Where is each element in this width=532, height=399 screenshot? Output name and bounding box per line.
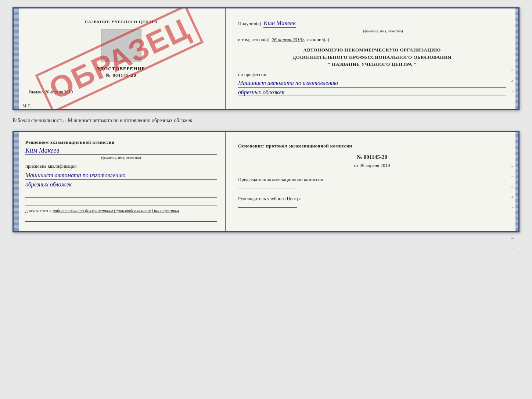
doc2-name: Ким Макеев <box>25 147 217 155</box>
school-name-top: НАЗВАНИЕ УЧЕБНОГО ЦЕНТРА <box>85 19 158 24</box>
finished-label: окончил(а) <box>307 37 329 43</box>
protocol-date-prefix: от <box>354 163 359 168</box>
document-2: Решением экзаменационной комиссии Ким Ма… <box>12 131 520 232</box>
doc2-right-panel: Основание: протокол экзаменационной коми… <box>226 132 518 231</box>
d2-dash-2: – <box>511 153 515 158</box>
d2-dash-6: а <box>511 195 515 199</box>
right-dashes: – – – – и а ← – – – – <box>511 23 515 138</box>
fio-subtitle: (фамилия, имя, отчество) <box>260 29 506 33</box>
received-prefix: Получил(а) <box>238 21 261 26</box>
chairman-signature-line <box>238 183 297 189</box>
doc1-left-content: НАЗВАНИЕ УЧЕБНОГО ЦЕНТРА УДОСТОВЕРЕНИЕ №… <box>25 16 217 102</box>
profession-line1: Машинист автомата по изготовлению <box>238 79 506 88</box>
cert-number: № 001145-20 <box>106 72 136 78</box>
cert-title: УДОСТОВЕРЕНИЕ <box>97 66 145 72</box>
dash-8: – <box>511 100 515 105</box>
dash-9: – <box>511 111 515 116</box>
photo-placeholder <box>101 29 141 62</box>
received-dash: – <box>298 21 301 26</box>
doc2-right-content: Основание: протокол экзаменационной коми… <box>234 139 510 213</box>
dash-2: – <box>511 34 515 39</box>
doc2-right-strip <box>515 132 518 231</box>
blank-line-2 <box>25 200 217 206</box>
admission-prefix: допускается к <box>25 208 51 213</box>
issued-date: 26 апреля 2019 <box>45 89 73 95</box>
vtom-date: 26 апреля 2019г. <box>272 37 305 43</box>
issued-line: Выдано 26 апреля 2019 <box>29 89 73 95</box>
dash-7: ← <box>511 89 515 94</box>
protocol-num: № 001145-20 <box>238 154 506 160</box>
d2-dash-11: – <box>511 246 515 250</box>
doc2-left-panel: Решением экзаменационной комиссии Ким Ма… <box>14 132 226 231</box>
d2-dash-3: – <box>511 164 515 168</box>
chairman-label: Председатель экзаменационной комиссии <box>238 176 506 183</box>
d2-dash-5: и <box>511 184 515 189</box>
dash-10: – <box>511 122 515 127</box>
assigned-qual-label: присвоена квалификация <box>25 163 217 169</box>
d2-dash-1: – <box>511 143 515 147</box>
blank-line-1 <box>25 192 217 198</box>
d2-dash-7: ← <box>511 205 515 209</box>
doc2-qual-line1: Машинист автомата по изготовлению <box>25 171 217 180</box>
document-1: НАЗВАНИЕ УЧЕБНОГО ЦЕНТРА УДОСТОВЕРЕНИЕ №… <box>12 7 520 110</box>
d2-dash-10: – <box>511 236 515 240</box>
vtom-prefix: в том, что он(а) <box>238 37 270 43</box>
right-decorative-strip <box>515 8 518 109</box>
org-line3: " НАЗВАНИЕ УЧЕБНОГО ЦЕНТРА " <box>238 61 506 68</box>
org-block: АВТОНОМНУЮ НЕКОММЕРЧЕСКУЮ ОРГАНИЗАЦИЮ ДО… <box>238 46 506 68</box>
dash-1: – <box>511 23 515 28</box>
protocol-date-value: 26 апреля 2019 <box>360 163 390 168</box>
doc2-left-content: Решением экзаменационной комиссии Ким Ма… <box>25 139 217 222</box>
head-signature-line <box>238 202 297 208</box>
doc1-right-panel: Получил(а) Ким Макеев – (фамилия, имя, о… <box>226 8 518 109</box>
doc2-fio-sub: (фамилия, имя, отчество) <box>25 156 217 160</box>
doc2-right-dashes: – – – – и а ← – – – – <box>511 143 515 250</box>
profession-label: по профессии <box>238 72 506 78</box>
received-line: Получил(а) Ким Макеев – <box>238 19 506 28</box>
d2-dash-4: – <box>511 174 515 178</box>
d2-dash-8: – <box>511 215 515 220</box>
vtom-line: в том, что он(а) 26 апреля 2019г. окончи… <box>238 37 506 43</box>
doc2-qual-line2: обрезных обложек <box>25 181 217 188</box>
protocol-date: от 26 апреля 2019 <box>238 163 506 168</box>
profession-line2: обрезных обложек <box>238 89 506 96</box>
admission-italic: работе согласно должностным (производств… <box>53 208 179 213</box>
received-name: Ким Макеев <box>263 19 295 28</box>
chairman-block: Председатель экзаменационной комиссии <box>238 176 506 189</box>
issued-label: Выдано <box>29 89 44 95</box>
decision-text: Решением экзаменационной комиссии <box>25 139 217 145</box>
admission-text: допускается к работе согласно должностны… <box>25 208 217 214</box>
basis-text: Основание: протокол экзаменационной коми… <box>238 143 506 149</box>
head-block: Руководитель учебного Центра <box>238 195 506 208</box>
org-line1: АВТОНОМНУЮ НЕКОММЕРЧЕСКУЮ ОРГАНИЗАЦИЮ <box>238 46 506 54</box>
dash-3: – <box>511 45 515 50</box>
doc2-left-strip <box>14 132 19 231</box>
dash-5: и <box>511 67 515 72</box>
head-label: Руководитель учебного Центра <box>238 195 506 202</box>
doc1-left-panel: НАЗВАНИЕ УЧЕБНОГО ЦЕНТРА УДОСТОВЕРЕНИЕ №… <box>14 8 226 109</box>
mp-label: М.П. <box>22 103 218 109</box>
bottom-caption: Рабочая специальность - Машинист автомат… <box>12 116 520 125</box>
d2-dash-9: – <box>511 225 515 230</box>
dash-4: – <box>511 56 515 61</box>
org-line2: ДОПОЛНИТЕЛЬНОГО ПРОФЕССИОНАЛЬНОГО ОБРАЗО… <box>238 54 506 61</box>
left-decorative-strip <box>14 8 19 109</box>
dash-6: а <box>511 78 515 83</box>
blank-line-3 <box>25 216 217 222</box>
doc1-right-content: Получил(а) Ким Макеев – (фамилия, имя, о… <box>234 16 510 101</box>
